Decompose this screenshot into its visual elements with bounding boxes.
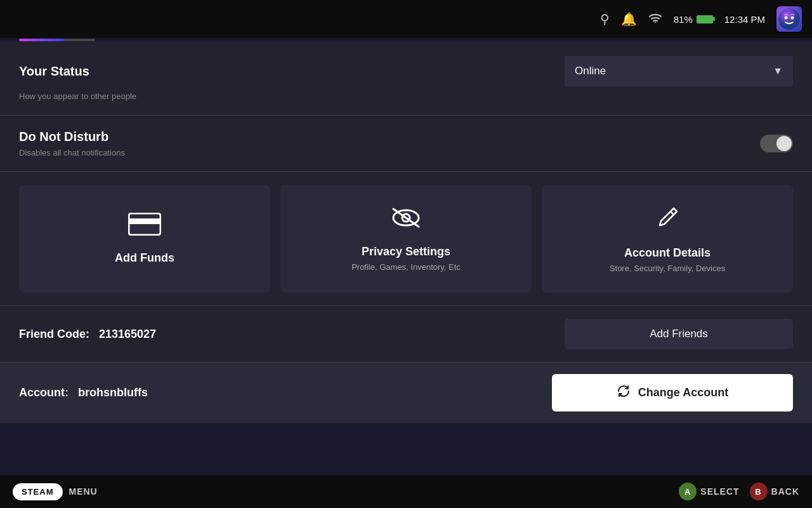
wifi-icon [648,13,662,26]
add-friends-button[interactable]: Add Friends [565,319,793,349]
friend-code-label: Friend Code: [19,328,89,340]
account-label-text: Account: [19,386,69,399]
account-section: Account: brohsnbluffs Change Account [0,363,812,423]
cards-section: Add Funds Privacy Settings Profile, Game… [0,172,812,306]
bottom-left-controls: STEAM MENU [13,483,98,500]
account-info: Account: brohsnbluffs [19,386,148,399]
toggle-thumb [776,136,792,151]
do-not-disturb-section: Do Not Disturb Disables all chat notific… [0,116,812,172]
avatar[interactable] [776,6,802,32]
friend-code-value: 213165027 [99,328,156,340]
svg-point-1 [778,8,800,30]
battery-percent: 81% [674,14,693,25]
add-funds-title: Add Funds [115,251,174,265]
main-content: Your Status Online ▼ How you appear to o… [0,38,812,423]
status-description: How you appear to other people [19,91,793,101]
notification-icon[interactable]: 🔔 [621,11,637,27]
avatar-image [776,6,802,32]
change-account-button[interactable]: Change Account [552,374,793,411]
account-details-title: Account Details [624,246,710,260]
friend-code-section: Friend Code: 213165027 Add Friends [0,306,812,363]
change-account-icon [617,384,631,401]
battery-icon [697,15,713,23]
account-username: brohsnbluffs [78,386,148,399]
privacy-settings-title: Privacy Settings [362,245,450,258]
change-account-label: Change Account [638,386,728,399]
cards-row: Add Funds Privacy Settings Profile, Game… [19,185,793,293]
battery-status: 81% [674,14,713,25]
add-funds-card[interactable]: Add Funds [19,185,270,293]
back-control: B BACK [750,483,799,500]
svg-point-2 [785,17,788,20]
privacy-settings-subtitle: Profile, Games, Inventory, Etc [351,262,461,272]
credit-card-icon [128,213,161,241]
status-value: Online [575,65,606,77]
select-label: SELECT [700,486,739,497]
bottom-bar: STEAM MENU A SELECT B BACK [0,475,812,508]
your-status-section: Your Status Online ▼ How you appear to o… [0,42,812,116]
svg-rect-5 [129,218,160,224]
account-details-subtitle: Store, Security, Family, Devices [610,264,725,273]
bottom-right-controls: A SELECT B BACK [679,483,799,500]
menu-label: MENU [69,486,98,497]
clock: 12:34 PM [724,14,765,25]
progress-fill [19,39,65,41]
steam-button[interactable]: STEAM [13,483,63,500]
account-details-card[interactable]: Account Details Store, Security, Family,… [542,185,793,293]
your-status-title: Your Status [19,64,89,79]
dnd-row: Do Not Disturb Disables all chat notific… [19,130,793,157]
chevron-down-icon: ▼ [773,65,783,77]
dnd-title: Do Not Disturb [19,130,108,144]
status-row: Your Status Online ▼ [19,56,793,86]
pencil-icon [655,205,680,236]
svg-line-9 [671,211,674,215]
svg-point-0 [655,22,656,23]
top-bar: ⚲ 🔔 81% 12:34 PM [0,0,812,38]
dnd-toggle[interactable] [760,135,793,152]
dnd-text-group: Do Not Disturb Disables all chat notific… [19,130,125,157]
back-label: BACK [771,486,799,497]
eye-slash-icon [390,206,422,235]
select-control: A SELECT [679,483,739,500]
privacy-settings-card[interactable]: Privacy Settings Profile, Games, Invento… [280,185,532,293]
search-icon[interactable]: ⚲ [600,11,610,27]
svg-point-3 [791,17,794,20]
b-button[interactable]: B [750,483,768,500]
progress-track [19,39,95,41]
a-button[interactable]: A [679,483,697,500]
status-dropdown[interactable]: Online ▼ [565,56,793,86]
friend-code-display: Friend Code: 213165027 [19,328,156,341]
dnd-description: Disables all chat notifications [19,148,125,157]
